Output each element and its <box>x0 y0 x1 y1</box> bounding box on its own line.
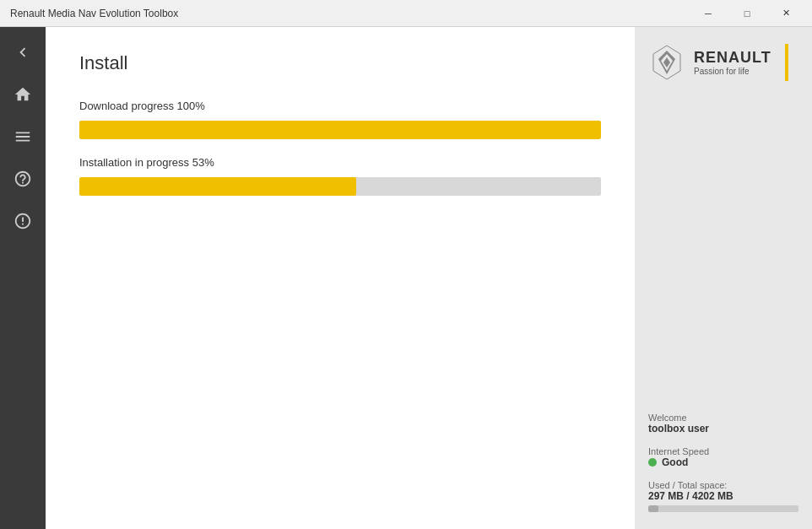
back-button[interactable] <box>6 35 40 69</box>
page-title: Install <box>79 52 601 74</box>
app-window: Renault Media Nav Evolution Toolbox ─ □ … <box>0 0 812 529</box>
install-progress-bar-fill <box>79 177 356 196</box>
storage-block: Used / Total space: 297 MB / 4202 MB <box>648 480 798 512</box>
welcome-label: Welcome <box>648 413 798 423</box>
help-button[interactable] <box>6 162 40 196</box>
settings-button[interactable] <box>6 204 40 238</box>
menu-button[interactable] <box>6 120 40 154</box>
user-name: toolbox user <box>648 423 798 435</box>
storage-value: 297 MB / 4202 MB <box>648 490 798 502</box>
menu-icon <box>14 127 32 146</box>
title-bar: Renault Media Nav Evolution Toolbox ─ □ … <box>0 0 812 27</box>
install-progress-section: Installation in progress 53% <box>79 156 601 196</box>
minimize-button[interactable]: ─ <box>689 0 728 27</box>
install-progress-bar-bg <box>79 177 601 196</box>
brand-section: RENAULT Passion for life <box>648 44 798 81</box>
internet-speed-block: Internet Speed Good <box>648 446 798 468</box>
brand-text: RENAULT Passion for life <box>694 49 771 76</box>
maximize-button[interactable]: □ <box>728 0 766 27</box>
storage-bar-fill <box>648 505 658 512</box>
home-icon <box>14 85 32 104</box>
brand-name: RENAULT <box>694 49 771 67</box>
brand-accent-line <box>785 44 788 81</box>
download-progress-label: Download progress 100% <box>79 100 601 112</box>
install-progress-label: Installation in progress 53% <box>79 156 601 169</box>
window-controls: ─ □ ✕ <box>689 0 805 27</box>
window-title: Renault Media Nav Evolution Toolbox <box>10 8 178 19</box>
internet-speed-value: Good <box>662 456 688 468</box>
sidebar <box>0 27 46 529</box>
download-progress-section: Download progress 100% <box>79 100 601 139</box>
storage-bar-bg <box>648 505 798 512</box>
internet-speed-label: Internet Speed <box>648 446 798 456</box>
settings-icon <box>14 212 32 230</box>
internet-speed-status-row: Good <box>648 456 798 468</box>
welcome-block: Welcome toolbox user <box>648 413 798 435</box>
home-button[interactable] <box>6 78 40 111</box>
info-section: Welcome toolbox user Internet Speed Good… <box>648 413 798 512</box>
back-icon <box>14 43 32 62</box>
right-panel: RENAULT Passion for life Welcome toolbox… <box>635 27 812 529</box>
content-panel: Install Download progress 100% Installat… <box>46 27 635 529</box>
status-dot-icon <box>648 458 657 467</box>
renault-logo-icon <box>648 44 685 81</box>
storage-label: Used / Total space: <box>648 480 798 490</box>
help-icon <box>14 170 32 188</box>
close-button[interactable]: ✕ <box>766 0 805 27</box>
brand-tagline: Passion for life <box>694 67 771 76</box>
download-progress-bar-fill <box>79 121 601 139</box>
main-area: Install Download progress 100% Installat… <box>0 27 812 529</box>
download-progress-bar-bg <box>79 121 601 139</box>
